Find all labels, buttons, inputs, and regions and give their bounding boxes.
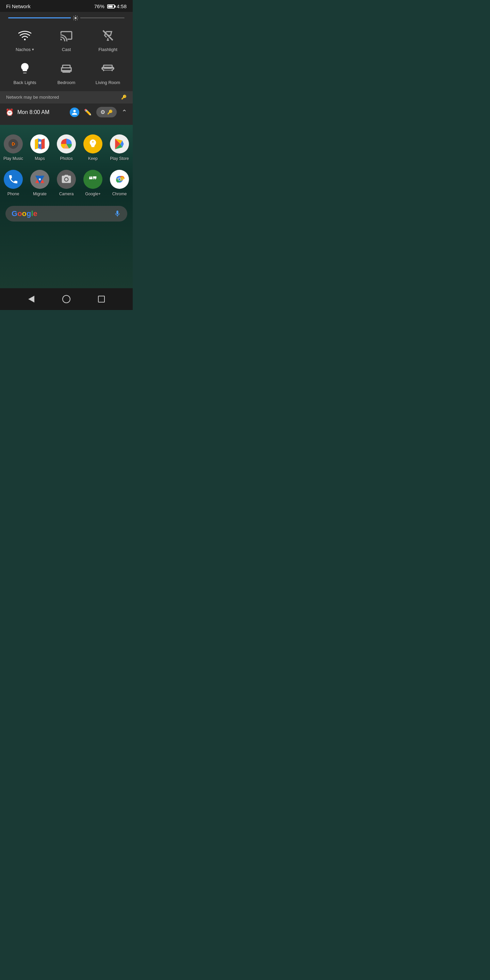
google-logo: Google <box>11 209 37 218</box>
cast-icon-wrap <box>57 27 75 44</box>
microphone-icon[interactable] <box>114 210 121 218</box>
app-play-music[interactable]: Play Music <box>2 134 25 161</box>
flashlight-label: Flashlight <box>98 47 118 52</box>
camera-label: Camera <box>59 192 74 196</box>
network-monitor-text: Network may be monitored <box>6 95 59 100</box>
battery-percent: 76% <box>94 3 105 9</box>
svg-point-27 <box>118 178 121 181</box>
app-phone[interactable]: Phone <box>2 170 25 196</box>
back-button[interactable] <box>25 293 37 305</box>
alarm-time: Mon 8:00 AM <box>18 109 66 115</box>
maps-icon <box>33 137 46 150</box>
migrate-icon-bg <box>30 170 49 189</box>
bedroom-icon-wrap <box>57 60 75 77</box>
migrate-label: Migrate <box>33 192 47 196</box>
tile-livingroom[interactable]: Living Room <box>91 60 125 85</box>
search-bar[interactable]: Google <box>5 206 127 221</box>
alarm-actions: ✏️ ⚙ 🔑 ⌃ <box>70 107 127 118</box>
recents-button[interactable] <box>95 293 108 305</box>
home-button[interactable] <box>60 293 73 305</box>
camera-icon <box>61 174 72 185</box>
keep-label: Keep <box>88 156 98 161</box>
play-music-icon-bg <box>4 134 23 153</box>
chrome-icon-bg <box>110 170 129 189</box>
tile-backlights[interactable]: Back Lights <box>8 60 42 85</box>
flashlight-icon-wrap <box>99 27 117 44</box>
chrome-label: Chrome <box>112 192 127 196</box>
sun-icon <box>73 15 79 21</box>
app-chrome[interactable]: Chrome <box>108 170 131 196</box>
play-store-icon <box>114 138 125 150</box>
bed-icon <box>60 62 73 75</box>
nav-bar <box>0 288 133 310</box>
svg-point-18 <box>38 142 41 144</box>
search-bar-wrap: Google <box>0 202 133 228</box>
app-google-plus[interactable]: ❝❞ Google+ <box>81 170 105 196</box>
keep-icon-bg <box>83 134 102 153</box>
lamp-icon <box>18 62 31 75</box>
tile-wifi[interactable]: Nachos ▾ <box>8 27 42 52</box>
app-play-store[interactable]: Play Store <box>108 134 131 161</box>
livingroom-icon-wrap <box>99 60 117 77</box>
photos-label: Photos <box>60 156 73 161</box>
svg-rect-22 <box>39 178 40 180</box>
wifi-dropdown-arrow: ▾ <box>32 47 34 52</box>
back-arrow-icon <box>28 296 34 302</box>
settings-gear-button[interactable]: ⚙ 🔑 <box>96 107 117 118</box>
app-keep[interactable]: Keep <box>81 134 105 161</box>
svg-point-13 <box>13 143 14 145</box>
user-avatar[interactable] <box>70 108 79 117</box>
backlights-label: Back Lights <box>13 80 36 85</box>
svg-text:❝❞: ❝❞ <box>89 175 97 184</box>
brightness-slider[interactable] <box>8 18 124 18</box>
app-camera[interactable]: Camera <box>55 170 78 196</box>
wifi-icon-wrap <box>16 27 34 44</box>
key-icon: 🔑 <box>121 95 127 100</box>
maps-icon-bg <box>30 134 49 153</box>
status-right: 76% 4:58 <box>94 3 127 9</box>
app-row-2: Phone Migrate Camera <box>0 167 133 202</box>
sofa-icon <box>102 62 115 75</box>
alarm-row: ⏰ Mon 8:00 AM ✏️ ⚙ 🔑 ⌃ <box>0 103 133 121</box>
svg-line-8 <box>74 19 75 20</box>
key-small-icon: 🔑 <box>107 110 113 115</box>
google-plus-icon: ❝❞ <box>87 173 99 185</box>
collapse-arrow[interactable]: ⌃ <box>121 108 127 116</box>
battery-icon <box>107 5 115 8</box>
backlights-icon-wrap <box>16 60 34 77</box>
app-migrate[interactable]: Migrate <box>28 170 51 196</box>
alarm-icon: ⏰ <box>5 108 14 116</box>
tile-cast[interactable]: Cast <box>49 27 83 52</box>
brightness-row[interactable] <box>0 12 133 23</box>
svg-point-0 <box>75 17 76 19</box>
person-icon <box>72 109 78 115</box>
home-area: Play Music Maps <box>0 125 133 288</box>
google-plus-icon-bg: ❝❞ <box>83 170 102 189</box>
wifi-label: Nachos <box>16 47 30 52</box>
network-monitor-bar: Network may be monitored 🔑 <box>0 91 133 103</box>
flashlight-icon <box>102 29 115 42</box>
phone-label: Phone <box>8 192 19 196</box>
home-circle-icon <box>62 295 70 303</box>
tile-bedroom[interactable]: Bedroom <box>49 60 83 85</box>
gear-icon: ⚙ <box>100 109 105 115</box>
quick-tiles-row1: Nachos ▾ Cast Flashlig <box>0 23 133 58</box>
chrome-icon <box>113 172 126 186</box>
clock: 4:58 <box>117 3 127 9</box>
brightness-thumb[interactable] <box>71 13 80 23</box>
maps-label: Maps <box>35 156 45 161</box>
network-name: Fi Network <box>6 3 30 9</box>
migrate-icon <box>34 174 45 185</box>
play-store-icon-bg <box>110 134 129 153</box>
phone-icon-bg <box>4 170 23 189</box>
status-bar: Fi Network 76% 4:58 <box>0 0 133 12</box>
svg-line-7 <box>77 16 78 17</box>
cast-label: Cast <box>62 47 71 52</box>
app-maps[interactable]: Maps <box>28 134 51 161</box>
tile-flashlight[interactable]: Flashlight <box>91 27 125 52</box>
app-photos[interactable]: Photos <box>55 134 78 161</box>
bedroom-label: Bedroom <box>57 80 76 85</box>
notification-panel: Nachos ▾ Cast Flashlig <box>0 12 133 125</box>
quick-tiles-row2: Back Lights Bedroom Living Room <box>0 58 133 91</box>
pencil-icon[interactable]: ✏️ <box>84 108 92 116</box>
